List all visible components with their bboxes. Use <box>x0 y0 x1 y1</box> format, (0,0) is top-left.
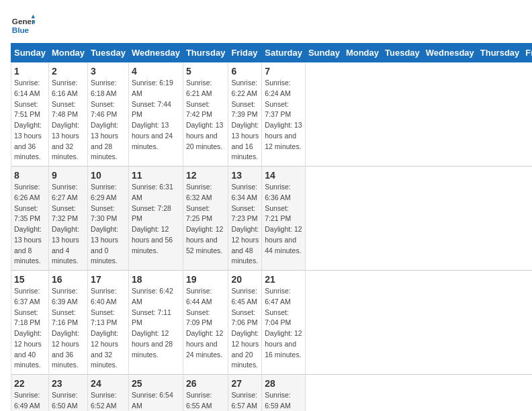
day-number: 5 <box>186 66 226 77</box>
day-number: 16 <box>52 274 85 285</box>
day-number: 21 <box>265 274 302 285</box>
calendar-cell: 16 Sunrise: 6:39 AMSunset: 7:16 PMDaylig… <box>48 271 87 375</box>
header-tuesday: Tuesday <box>382 44 423 62</box>
calendar-cell: 6 Sunrise: 6:22 AMSunset: 7:39 PMDayligh… <box>228 62 262 167</box>
day-number: 28 <box>265 378 302 389</box>
logo-icon: General Blue <box>11 13 35 38</box>
day-info: Sunrise: 6:18 AMSunset: 7:46 PMDaylight:… <box>91 78 126 163</box>
header-day-tuesday: Tuesday <box>88 44 129 62</box>
day-info: Sunrise: 6:50 AMSunset: 6:59 PMDaylight:… <box>52 390 85 411</box>
calendar-week-1: 1 Sunrise: 6:14 AMSunset: 7:51 PMDayligh… <box>11 62 533 167</box>
day-number: 1 <box>14 66 46 77</box>
header-sunday: Sunday <box>305 44 343 62</box>
day-info: Sunrise: 6:32 AMSunset: 7:25 PMDaylight:… <box>186 182 226 256</box>
day-number: 8 <box>14 170 46 181</box>
header-monday: Monday <box>343 44 382 62</box>
day-info: Sunrise: 6:59 AMSunset: 6:48 PMDaylight:… <box>265 390 302 411</box>
day-number: 14 <box>265 170 302 181</box>
day-info: Sunrise: 6:44 AMSunset: 7:09 PMDaylight:… <box>186 286 226 360</box>
day-info: Sunrise: 6:36 AMSunset: 7:21 PMDaylight:… <box>265 182 302 256</box>
page-header: General Blue <box>11 11 521 38</box>
day-info: Sunrise: 6:27 AMSunset: 7:32 PMDaylight:… <box>52 182 85 267</box>
day-number: 9 <box>52 170 85 181</box>
day-number: 24 <box>91 378 126 389</box>
calendar-cell: 21 Sunrise: 6:47 AMSunset: 7:04 PMDaylig… <box>262 271 306 375</box>
day-info: Sunrise: 6:21 AMSunset: 7:42 PMDaylight:… <box>186 78 226 152</box>
header-day-friday: Friday <box>228 44 262 62</box>
calendar-cell: 18 Sunrise: 6:42 AMSunset: 7:11 PMDaylig… <box>128 271 183 375</box>
day-info: Sunrise: 6:42 AMSunset: 7:11 PMDaylight:… <box>132 286 180 360</box>
day-number: 17 <box>91 274 126 285</box>
day-info: Sunrise: 6:55 AMSunset: 6:52 PMDaylight:… <box>186 390 226 411</box>
calendar-cell: 22 Sunrise: 6:49 AMSunset: 7:02 PMDaylig… <box>11 375 49 412</box>
calendar-week-4: 22 Sunrise: 6:49 AMSunset: 7:02 PMDaylig… <box>11 375 533 412</box>
calendar-week-3: 15 Sunrise: 6:37 AMSunset: 7:18 PMDaylig… <box>11 271 533 375</box>
day-info: Sunrise: 6:26 AMSunset: 7:35 PMDaylight:… <box>14 182 46 267</box>
day-info: Sunrise: 6:19 AMSunset: 7:44 PMDaylight:… <box>132 78 180 152</box>
day-info: Sunrise: 6:16 AMSunset: 7:48 PMDaylight:… <box>52 78 85 163</box>
calendar-cell: 23 Sunrise: 6:50 AMSunset: 6:59 PMDaylig… <box>48 375 87 412</box>
day-info: Sunrise: 6:54 AMSunset: 6:55 PMDaylight:… <box>132 390 180 411</box>
calendar-table: SundayMondayTuesdayWednesdayThursdayFrid… <box>11 43 532 411</box>
day-info: Sunrise: 6:37 AMSunset: 7:18 PMDaylight:… <box>14 286 46 371</box>
calendar-cell: 4 Sunrise: 6:19 AMSunset: 7:44 PMDayligh… <box>128 62 183 167</box>
day-number: 22 <box>14 378 46 389</box>
calendar-cell: 15 Sunrise: 6:37 AMSunset: 7:18 PMDaylig… <box>11 271 49 375</box>
day-number: 13 <box>231 170 259 181</box>
calendar-cell: 2 Sunrise: 6:16 AMSunset: 7:48 PMDayligh… <box>48 62 87 167</box>
calendar-cell: 24 Sunrise: 6:52 AMSunset: 6:57 PMDaylig… <box>88 375 129 412</box>
calendar-cell: 10 Sunrise: 6:29 AMSunset: 7:30 PMDaylig… <box>88 167 129 271</box>
day-info: Sunrise: 6:22 AMSunset: 7:39 PMDaylight:… <box>231 78 259 163</box>
day-number: 2 <box>52 66 85 77</box>
calendar-cell: 20 Sunrise: 6:45 AMSunset: 7:06 PMDaylig… <box>228 271 262 375</box>
day-number: 25 <box>132 378 180 389</box>
calendar-header-row: SundayMondayTuesdayWednesdayThursdayFrid… <box>11 44 533 62</box>
header-thursday: Thursday <box>477 44 523 62</box>
day-info: Sunrise: 6:29 AMSunset: 7:30 PMDaylight:… <box>91 182 126 267</box>
calendar-cell: 14 Sunrise: 6:36 AMSunset: 7:21 PMDaylig… <box>262 167 306 271</box>
day-number: 20 <box>231 274 259 285</box>
day-number: 3 <box>91 66 126 77</box>
day-number: 12 <box>186 170 226 181</box>
calendar-cell: 12 Sunrise: 6:32 AMSunset: 7:25 PMDaylig… <box>183 167 228 271</box>
calendar-cell: 13 Sunrise: 6:34 AMSunset: 7:23 PMDaylig… <box>228 167 262 271</box>
day-number: 11 <box>132 170 180 181</box>
day-number: 7 <box>265 66 302 77</box>
day-number: 4 <box>132 66 180 77</box>
day-number: 26 <box>186 378 226 389</box>
header-wednesday: Wednesday <box>423 44 477 62</box>
calendar-cell: 9 Sunrise: 6:27 AMSunset: 7:32 PMDayligh… <box>48 167 87 271</box>
svg-text:Blue: Blue <box>12 26 30 34</box>
calendar-cell: 17 Sunrise: 6:40 AMSunset: 7:13 PMDaylig… <box>88 271 129 375</box>
day-info: Sunrise: 6:52 AMSunset: 6:57 PMDaylight:… <box>91 390 126 411</box>
calendar-cell: 11 Sunrise: 6:31 AMSunset: 7:28 PMDaylig… <box>128 167 183 271</box>
day-number: 6 <box>231 66 259 77</box>
calendar-cell: 1 Sunrise: 6:14 AMSunset: 7:51 PMDayligh… <box>11 62 49 167</box>
day-number: 15 <box>14 274 46 285</box>
header-friday: Friday <box>523 44 532 62</box>
day-info: Sunrise: 6:39 AMSunset: 7:16 PMDaylight:… <box>52 286 85 371</box>
header-day-saturday: Saturday <box>262 44 306 62</box>
logo: General Blue <box>11 13 35 38</box>
day-number: 23 <box>52 378 85 389</box>
day-info: Sunrise: 6:14 AMSunset: 7:51 PMDaylight:… <box>14 78 46 163</box>
calendar-cell: 26 Sunrise: 6:55 AMSunset: 6:52 PMDaylig… <box>183 375 228 412</box>
day-number: 18 <box>132 274 180 285</box>
day-info: Sunrise: 6:24 AMSunset: 7:37 PMDaylight:… <box>265 78 302 152</box>
day-info: Sunrise: 6:31 AMSunset: 7:28 PMDaylight:… <box>132 182 180 256</box>
day-info: Sunrise: 6:49 AMSunset: 7:02 PMDaylight:… <box>14 390 46 411</box>
calendar-cell: 25 Sunrise: 6:54 AMSunset: 6:55 PMDaylig… <box>128 375 183 412</box>
header-day-thursday: Thursday <box>183 44 228 62</box>
day-number: 10 <box>91 170 126 181</box>
day-info: Sunrise: 6:57 AMSunset: 6:50 PMDaylight:… <box>231 390 259 411</box>
calendar-cell: 27 Sunrise: 6:57 AMSunset: 6:50 PMDaylig… <box>228 375 262 412</box>
day-info: Sunrise: 6:47 AMSunset: 7:04 PMDaylight:… <box>265 286 302 360</box>
header-day-monday: Monday <box>48 44 87 62</box>
day-number: 27 <box>231 378 259 389</box>
calendar-cell: 8 Sunrise: 6:26 AMSunset: 7:35 PMDayligh… <box>11 167 49 271</box>
calendar-cell: 5 Sunrise: 6:21 AMSunset: 7:42 PMDayligh… <box>183 62 228 167</box>
calendar-cell: 3 Sunrise: 6:18 AMSunset: 7:46 PMDayligh… <box>88 62 129 167</box>
day-info: Sunrise: 6:34 AMSunset: 7:23 PMDaylight:… <box>231 182 259 267</box>
calendar-week-2: 8 Sunrise: 6:26 AMSunset: 7:35 PMDayligh… <box>11 167 533 271</box>
day-info: Sunrise: 6:45 AMSunset: 7:06 PMDaylight:… <box>231 286 259 371</box>
